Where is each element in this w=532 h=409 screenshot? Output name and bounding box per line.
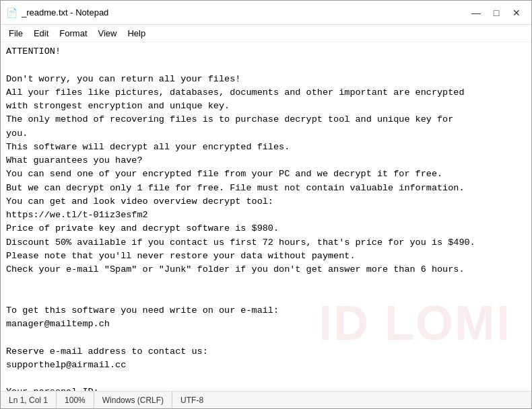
maximize-button[interactable]: □: [487, 5, 506, 20]
minimize-button[interactable]: —: [467, 5, 486, 20]
menu-bar: File Edit Format View Help: [1, 25, 531, 42]
text-editor[interactable]: [1, 42, 531, 391]
window-controls: — □ ✕: [467, 5, 526, 20]
encoding: UTF-8: [172, 392, 211, 408]
menu-edit[interactable]: Edit: [28, 27, 54, 40]
notepad-window: 📄 _readme.txt - Notepad — □ ✕ File Edit …: [0, 0, 532, 409]
zoom-level: 100%: [57, 392, 94, 408]
content-area: ID LOMI: [1, 42, 531, 391]
app-icon: 📄: [6, 7, 18, 18]
menu-help[interactable]: Help: [122, 27, 151, 40]
title-bar-left: 📄 _readme.txt - Notepad: [6, 7, 108, 18]
line-ending: Windows (CRLF): [94, 392, 172, 408]
title-bar: 📄 _readme.txt - Notepad — □ ✕: [1, 1, 531, 25]
status-bar: Ln 1, Col 1 100% Windows (CRLF) UTF-8: [1, 391, 531, 408]
menu-file[interactable]: File: [3, 27, 28, 40]
menu-format[interactable]: Format: [54, 27, 92, 40]
window-title: _readme.txt - Notepad: [22, 7, 108, 17]
cursor-position: Ln 1, Col 1: [6, 392, 57, 408]
close-button[interactable]: ✕: [507, 5, 526, 20]
menu-view[interactable]: View: [93, 27, 123, 40]
